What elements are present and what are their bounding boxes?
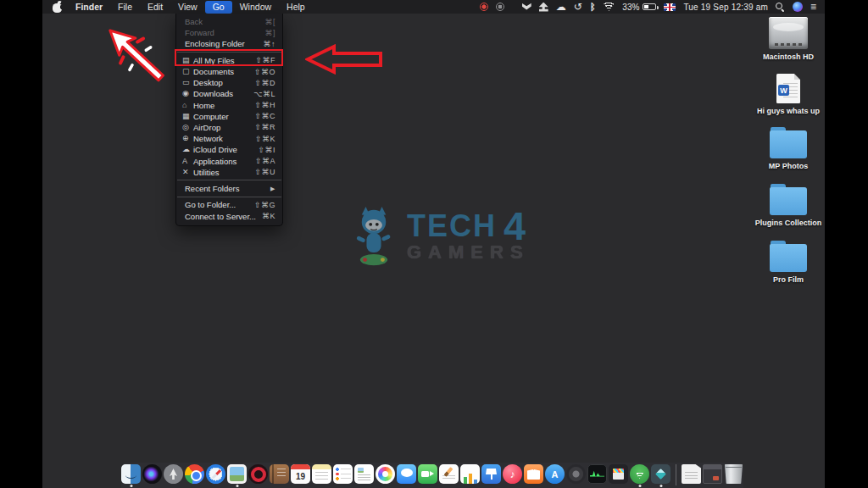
running-indicator-dot	[638, 485, 641, 487]
dock-launchpad-icon[interactable]	[164, 464, 183, 484]
desktop-icon-mp-photos[interactable]: MP Photos	[752, 127, 825, 170]
dock-contacts-icon[interactable]	[270, 464, 289, 484]
dock-opera-icon[interactable]	[248, 464, 268, 484]
sync-icon[interactable]	[522, 3, 531, 11]
dock-layers-icon[interactable]	[651, 464, 670, 484]
search-icon[interactable]	[776, 3, 785, 12]
desktop-icon-plugins-collection[interactable]: Plugins Collection	[752, 184, 825, 227]
menu-item-home[interactable]: ⌂Home⇧⌘H	[176, 100, 282, 111]
menu-item-downloads[interactable]: ◉Downloads⌥⌘L	[176, 88, 282, 99]
apple-icon[interactable]	[53, 2, 62, 13]
menu-item-enclosing-folder[interactable]: Enclosing Folder⌘↑	[176, 38, 282, 49]
menu-item-label: iCloud Drive	[193, 145, 258, 154]
menu-separator	[177, 197, 281, 197]
dock-photos-icon[interactable]	[376, 464, 395, 484]
letterbox-left	[0, 0, 42, 488]
menu-item-airdrop[interactable]: ◎AirDrop⇧⌘R	[176, 122, 282, 133]
dock-reminders-icon[interactable]	[333, 464, 353, 484]
shield-indicator[interactable]	[496, 3, 504, 11]
menu-item-utilities[interactable]: ✕Utilities⇧⌘U	[176, 167, 282, 178]
menu-item-label: Connect to Server...	[185, 212, 262, 221]
backup-icon[interactable]	[539, 3, 548, 12]
wifi-icon[interactable]	[603, 3, 615, 11]
desktop-icon-label: Hi guys whats up	[757, 107, 820, 115]
menu-item-icloud-drive[interactable]: ☁iCloud Drive⇧⌘I	[176, 144, 282, 155]
annotation-arrow-dart	[95, 14, 180, 98]
desktop-icon-pro-film[interactable]: Pro Film	[752, 241, 825, 284]
menu-bar: FinderFileEditViewGoWindowHelp ☁↺ᛒ33%Tue…	[42, 0, 825, 14]
menu-item-shortcut: ⌥⌘L	[253, 90, 275, 98]
menu-item-documents[interactable]: ▢Documents⇧⌘O	[176, 66, 282, 77]
dock-trash-icon[interactable]	[724, 464, 743, 484]
clock-icon[interactable]: Tue 19 Sep 12:39 am	[683, 3, 768, 12]
dock-messages-icon[interactable]	[397, 464, 416, 484]
menu-item-connect-to-server[interactable]: Connect to Server...⌘K	[176, 211, 282, 222]
downloads-icon: ◉	[182, 90, 193, 97]
dock-activity-icon[interactable]	[587, 464, 607, 484]
desktop-icon-hi-guys-whats-up[interactable]: WHi guys whats up	[752, 72, 825, 115]
menubar-item-help[interactable]: Help	[279, 1, 313, 14]
menu-item-recent-folders[interactable]: Recent Folders▶	[176, 183, 282, 194]
word-glyph: W	[778, 85, 789, 96]
menu-item-shortcut: ⇧⌘O	[254, 68, 275, 76]
menubar-item-file[interactable]: File	[110, 1, 140, 14]
desktop-icon-label: Plugins Collection	[755, 219, 822, 227]
menu-item-applications[interactable]: AApplications⇧⌘A	[176, 155, 282, 166]
dock-appstore-icon[interactable]: A	[545, 464, 565, 484]
go-menu-dropdown: Back⌘[Forward⌘]Enclosing Folder⌘↑▤All My…	[175, 14, 283, 226]
desktop-icon: ▭	[182, 79, 193, 86]
word-doc-icon: W	[776, 74, 800, 103]
menubar-item-finder[interactable]: Finder	[68, 1, 110, 14]
menubar-item-view[interactable]: View	[170, 1, 205, 14]
battery-icon[interactable]: 33%	[622, 3, 656, 12]
dock-calendar-icon[interactable]: 19	[291, 464, 310, 484]
menubar-item-go[interactable]: Go	[205, 1, 232, 14]
running-indicator-dot	[659, 485, 662, 487]
menubar-item-window[interactable]: Window	[232, 1, 279, 14]
dock-safari-icon[interactable]	[206, 464, 225, 484]
list-icon[interactable]: ≡	[810, 1, 816, 13]
menu-item-label: Go to Folder...	[185, 200, 254, 209]
desktop-icon-label: Macintosh HD	[763, 53, 814, 61]
dock-ibooks-icon[interactable]	[524, 464, 543, 484]
flag-icon[interactable]	[664, 3, 676, 11]
menu-item-shortcut: ⇧⌘A	[255, 157, 275, 165]
record-indicator[interactable]	[480, 3, 488, 11]
utilities-icon: ✕	[182, 169, 193, 176]
menubar-item-edit[interactable]: Edit	[140, 1, 170, 14]
cloud-icon[interactable]: ☁	[556, 2, 566, 12]
dock-lens-icon[interactable]	[566, 464, 586, 484]
dock-itunes-icon[interactable]: ♪	[503, 464, 522, 484]
dock-notes-icon[interactable]	[312, 464, 331, 484]
menu-item-shortcut: ⌘]	[264, 29, 275, 37]
dock-preview-icon[interactable]	[227, 464, 247, 484]
dock-keynote-icon[interactable]	[481, 464, 501, 484]
menu-item-go-to-folder[interactable]: Go to Folder...⇧⌘G	[176, 199, 282, 210]
menu-item-label: Computer	[193, 112, 254, 121]
dock-chrome-icon[interactable]	[185, 464, 204, 484]
desktop-icons: Macintosh HDWHi guys whats upMP PhotosPl…	[752, 17, 825, 298]
timemachine-icon[interactable]: ↺	[574, 2, 582, 12]
dock-window-icon[interactable]	[703, 464, 722, 484]
dock: 19♪A	[121, 463, 743, 488]
dock-pages-icon[interactable]	[439, 464, 459, 484]
dock-finalcut-icon[interactable]	[609, 464, 628, 484]
dock-docfile-icon[interactable]	[682, 464, 701, 484]
bluetooth-icon[interactable]: ᛒ	[590, 3, 596, 12]
dock-facetime-icon[interactable]	[418, 464, 437, 484]
menu-item-network[interactable]: ⊕Network⇧⌘K	[176, 133, 282, 144]
watermark: TECH 4 GAMERS	[349, 205, 530, 269]
dock-wifigreen-icon[interactable]	[630, 464, 649, 484]
menu-item-desktop[interactable]: ▭Desktop⇧⌘D	[176, 77, 282, 88]
desktop-icon-macintosh-hd[interactable]: Macintosh HD	[752, 17, 825, 61]
dock-finder-icon[interactable]	[121, 464, 141, 484]
menu-item-shortcut: ⌘[	[264, 18, 275, 26]
dock-numbers-icon[interactable]	[460, 464, 480, 484]
watermark-text: TECH 4 GAMERS	[407, 213, 530, 261]
drive-icon	[769, 17, 808, 49]
dock-textedit-icon[interactable]	[354, 464, 374, 484]
mascot-logo	[349, 205, 398, 269]
dock-siri-icon[interactable]	[142, 464, 162, 484]
menu-item-computer[interactable]: ▦Computer⇧⌘C	[176, 111, 282, 122]
siri-icon[interactable]	[793, 2, 803, 12]
